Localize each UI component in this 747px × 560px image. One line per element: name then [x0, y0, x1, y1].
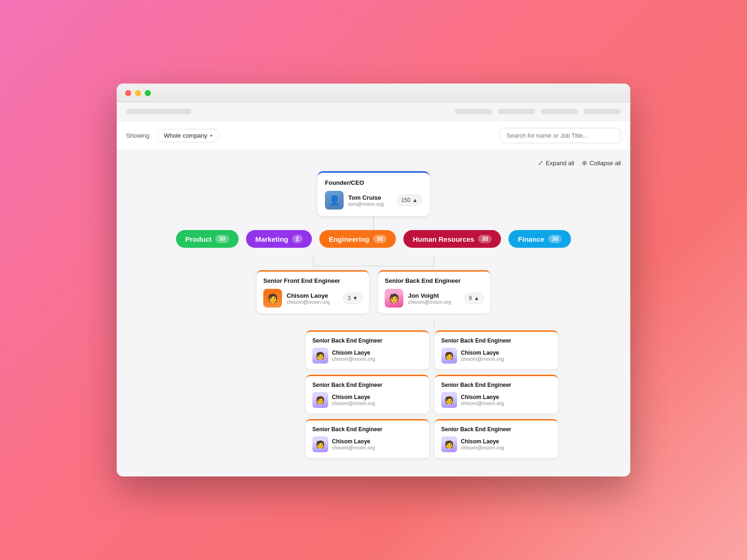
collapse-all-label: Collapse all — [590, 160, 621, 167]
jon-avatar-image: 🧑 — [385, 289, 403, 308]
sub-card-4-info: Chisom Laoye chisom@moon.org — [332, 438, 423, 450]
eng-card-1-person: 🧑 Jon Voight chisom@moon.org 6 ▲ — [385, 289, 484, 308]
sub-card-5: Senior Back End Engineer 🧑 Chisom Laoye … — [435, 419, 558, 458]
sub-avatar-2: 🧑 — [312, 392, 328, 408]
sub-card-1: Senior Back End Engineer 🧑 Chisom Laoye … — [435, 330, 558, 369]
sub-card-4-email: chisom@moon.org — [332, 445, 423, 450]
dept-engineering-count: 30 — [373, 235, 387, 243]
ceo-count-chevron: ▲ — [412, 197, 418, 203]
eng-card-0-name: Chisom Laoye — [287, 292, 338, 299]
dept-marketing-count: 2 — [292, 235, 303, 243]
sub-card-0: Senior Back End Engineer 🧑 Chisom Laoye … — [306, 330, 429, 369]
sub-card-5-info: Chisom Laoye chisom@moon.org — [461, 438, 551, 450]
ceo-count-badge[interactable]: 150 ▲ — [397, 195, 422, 206]
sub-card-0-email: chisom@moon.org — [332, 356, 423, 362]
sub-card-5-person: 🧑 Chisom Laoye chisom@moon.org — [441, 436, 551, 452]
department-row: Product 30 Marketing 2 Engineering 30 Hu… — [126, 230, 621, 248]
sub-avatar-1-image: 🧑 — [441, 348, 457, 364]
sub-card-4-person: 🧑 Chisom Laoye chisom@moon.org — [312, 436, 423, 452]
eng-card-1: Senior Back End Engineer 🧑 Jon Voight ch… — [378, 270, 490, 313]
eng-count-0-icon: ▼ — [352, 295, 358, 301]
chevron-down-icon: ▾ — [210, 133, 212, 138]
dept-finance[interactable]: Finance 30 — [508, 230, 571, 248]
sub-card-4-title: Senior Back End Engineer — [312, 426, 423, 433]
ceo-person: 👤 Tom Cruise tom@moon.org 150 ▲ — [325, 191, 422, 210]
sub-card-4-name: Chisom Laoye — [332, 438, 423, 445]
expand-icon: ⤢ — [538, 159, 543, 167]
eng-card-0-email: chisom@moon.org — [287, 299, 338, 305]
sub-card-2: Senior Back End Engineer 🧑 Chisom Laoye … — [306, 375, 429, 413]
sub-avatar-0-image: 🧑 — [312, 348, 328, 364]
ceo-name: Tom Cruise — [348, 194, 392, 201]
maximize-button[interactable] — [145, 90, 151, 96]
sub-avatar-1: 🧑 — [441, 348, 457, 364]
company-dropdown[interactable]: Whole company ▾ — [157, 129, 219, 142]
ceo-title: Founder/CEO — [325, 179, 422, 186]
ceo-email: tom@moon.org — [348, 201, 392, 207]
nav-placeholder-1 — [126, 109, 191, 114]
dept-marketing[interactable]: Marketing 2 — [246, 230, 312, 248]
dept-product-label: Product — [185, 235, 212, 243]
dept-product-count: 30 — [215, 235, 229, 243]
sub-cards-grid: Senior Back End Engineer 🧑 Chisom Laoye … — [306, 330, 558, 458]
eng-card-1-title: Senior Back End Engineer — [385, 277, 484, 284]
expand-all-button[interactable]: ⤢ Expand all — [538, 159, 574, 167]
ceo-count: 150 — [401, 197, 410, 203]
eng-card-0-person: 🧑 Chisom Laoye chisom@moon.org 3 ▼ — [263, 289, 362, 308]
sub-avatar-3-image: 🧑 — [441, 392, 457, 408]
browser-window: Showing Whole company ▾ ⤢ Expand all ⊕ C… — [117, 84, 630, 476]
browser-chrome — [117, 84, 630, 102]
dept-hr-count: 30 — [478, 235, 492, 243]
sub-card-2-email: chisom@moon.org — [332, 400, 423, 406]
dept-hr[interactable]: Human Resources 30 — [403, 230, 501, 248]
tom-avatar-image: 👤 — [325, 191, 344, 210]
eng-card-0-title: Senior Front End Engineer — [263, 277, 362, 284]
sub-card-3-name: Chisom Laoye — [461, 394, 551, 400]
sub-avatar-3: 🧑 — [441, 392, 457, 408]
sub-card-2-title: Senior Back End Engineer — [312, 382, 423, 388]
ceo-wrapper: Founder/CEO 👤 Tom Cruise tom@moon.org 15… — [126, 171, 621, 216]
collapse-icon: ⊕ — [582, 159, 587, 167]
sub-cards-area: Senior Back End Engineer 🧑 Chisom Laoye … — [126, 330, 621, 458]
eng-count-1-icon: ▲ — [474, 295, 479, 301]
sub-card-1-name: Chisom Laoye — [461, 350, 551, 356]
sub-card-5-name: Chisom Laoye — [461, 438, 551, 445]
eng-card-1-count[interactable]: 6 ▲ — [465, 293, 484, 304]
eng-count-1: 6 — [469, 295, 472, 301]
dept-finance-label: Finance — [518, 235, 544, 243]
filter-bar: Showing Whole company ▾ — [117, 121, 630, 150]
engineer-cards-row: Senior Front End Engineer 🧑 Chisom Laoye… — [126, 270, 621, 313]
close-button[interactable] — [125, 90, 131, 96]
sub-card-1-title: Senior Back End Engineer — [441, 337, 551, 344]
eng-card-1-info: Jon Voight chisom@moon.org — [408, 292, 460, 305]
dept-product[interactable]: Product 30 — [176, 230, 239, 248]
sub-card-1-email: chisom@moon.org — [461, 356, 551, 362]
expand-all-label: Expand all — [546, 160, 574, 167]
avatar: 👤 — [325, 191, 344, 210]
sub-avatar-5-image: 🧑 — [441, 436, 457, 452]
sub-card-0-name: Chisom Laoye — [332, 350, 423, 356]
dept-hr-label: Human Resources — [413, 235, 474, 243]
collapse-all-button[interactable]: ⊕ Collapse all — [582, 159, 621, 167]
dept-marketing-label: Marketing — [255, 235, 289, 243]
sub-card-5-email: chisom@moon.org — [461, 445, 551, 450]
sub-avatar-4: 🧑 — [312, 436, 328, 452]
showing-label: Showing — [126, 132, 149, 139]
sub-card-2-name: Chisom Laoye — [332, 394, 423, 400]
sub-avatar-0: 🧑 — [312, 348, 328, 364]
search-input[interactable] — [500, 128, 621, 143]
sub-card-0-title: Senior Back End Engineer — [312, 337, 423, 344]
sub-card-2-person: 🧑 Chisom Laoye chisom@moon.org — [312, 392, 423, 408]
sub-card-0-info: Chisom Laoye chisom@moon.org — [332, 350, 423, 362]
eng-card-0-count[interactable]: 3 ▼ — [343, 293, 362, 304]
sub-card-3-info: Chisom Laoye chisom@moon.org — [461, 394, 551, 406]
minimize-button[interactable] — [135, 90, 141, 96]
nav-placeholder-3 — [498, 109, 535, 114]
sub-avatar-4-image: 🧑 — [312, 436, 328, 452]
toolbar — [117, 102, 630, 121]
sub-card-5-title: Senior Back End Engineer — [441, 426, 551, 433]
sub-card-3-title: Senior Back End Engineer — [441, 382, 551, 388]
dept-engineering[interactable]: Engineering 30 — [319, 230, 396, 248]
nav-placeholder-4 — [541, 109, 578, 114]
sub-avatar-2-image: 🧑 — [312, 392, 328, 408]
